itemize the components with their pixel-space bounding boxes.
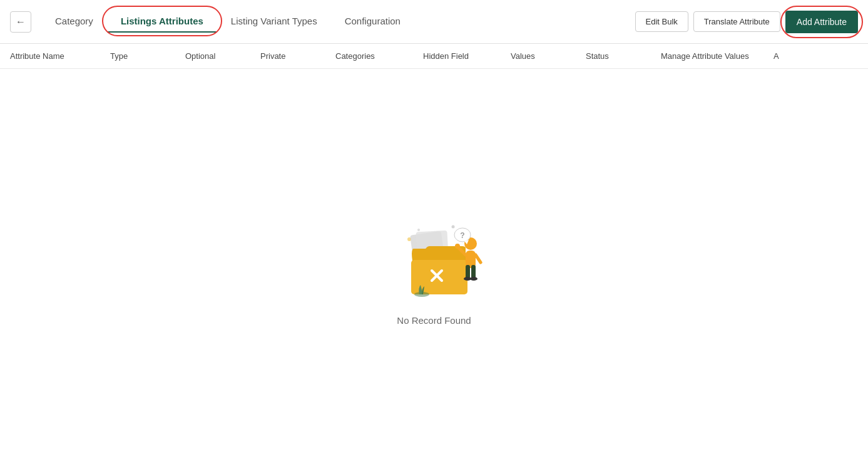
svg-line-17 xyxy=(476,255,481,262)
tab-listings-attributes[interactable]: Listings Attributes xyxy=(107,11,217,33)
col-header-attribute-name: Attribute Name xyxy=(10,51,110,61)
empty-illustration: ? xyxy=(372,205,497,305)
col-header-manage-attribute-values: Manage Attribute Values xyxy=(661,51,774,61)
col-header-type: Type xyxy=(110,51,185,61)
svg-point-2 xyxy=(451,225,454,228)
table-header: Attribute Name Type Optional Private Cat… xyxy=(0,44,868,69)
svg-point-15 xyxy=(470,277,477,281)
col-header-values: Values xyxy=(511,51,586,61)
col-header-hidden-field: Hidden Field xyxy=(423,51,511,61)
col-header-categories: Categories xyxy=(335,51,423,61)
col-header-actions: A xyxy=(774,51,858,61)
header-actions: Edit Bulk Translate Attribute Add Attrib… xyxy=(635,11,859,33)
svg-rect-13 xyxy=(471,265,476,279)
col-header-status: Status xyxy=(586,51,661,61)
translate-attribute-button[interactable]: Translate Attribute xyxy=(693,11,780,32)
svg-text:?: ? xyxy=(460,231,464,240)
page-wrapper: ← Category Listings Attributes Listing V… xyxy=(0,0,868,461)
tab-configuration[interactable]: Configuration xyxy=(331,11,414,33)
col-header-private: Private xyxy=(260,51,335,61)
tab-listing-variant-types[interactable]: Listing Variant Types xyxy=(217,11,331,33)
col-header-optional: Optional xyxy=(185,51,260,61)
empty-state: ? No Record Found xyxy=(0,69,868,461)
edit-bulk-button[interactable]: Edit Bulk xyxy=(635,11,688,32)
header: ← Category Listings Attributes Listing V… xyxy=(0,0,868,44)
empty-state-text: No Record Found xyxy=(397,315,471,326)
svg-rect-12 xyxy=(466,265,470,279)
svg-point-18 xyxy=(455,244,460,249)
add-attribute-button[interactable]: Add Attribute xyxy=(785,11,858,33)
back-button[interactable]: ← xyxy=(10,11,31,33)
svg-point-3 xyxy=(417,229,420,231)
back-icon: ← xyxy=(16,16,26,28)
tab-category[interactable]: Category xyxy=(41,11,107,33)
nav-tabs: Category Listings Attributes Listing Var… xyxy=(41,11,635,33)
